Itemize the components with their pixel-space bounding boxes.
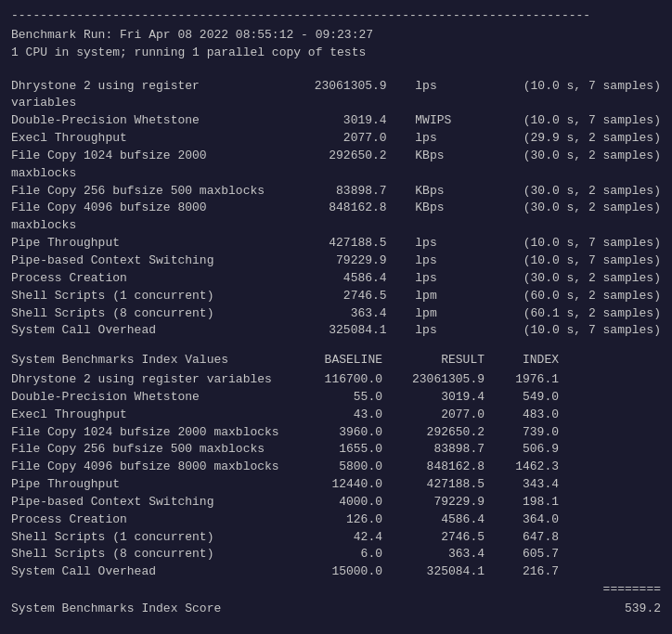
bench-samples: (10.0 s, 7 samples) bbox=[494, 235, 661, 252]
index-row-result: 23061305.9 bbox=[382, 371, 485, 389]
index-row-result: 848162.8 bbox=[382, 459, 485, 476]
score-value: 539.2 bbox=[587, 601, 661, 618]
bench-unit: KBps bbox=[415, 148, 471, 183]
index-row-index: 605.7 bbox=[485, 546, 559, 563]
index-row-baseline: 42.4 bbox=[290, 529, 382, 547]
index-row-name: File Copy 4096 bufsize 8000 maxblocks bbox=[11, 459, 290, 476]
index-row-result: 83898.7 bbox=[382, 441, 485, 459]
bench-unit: lps bbox=[415, 270, 471, 288]
index-row-index: 506.9 bbox=[485, 441, 559, 459]
bench-name: Pipe-based Context Switching bbox=[11, 252, 271, 270]
index-row-baseline: 6.0 bbox=[290, 546, 382, 563]
index-table-row: File Copy 4096 bufsize 8000 maxblocks 58… bbox=[11, 459, 661, 476]
bench-value: 292650.2 bbox=[294, 148, 387, 183]
index-row-index: 364.0 bbox=[485, 511, 559, 529]
bench-name: Dhrystone 2 using register variables bbox=[11, 78, 271, 113]
raw-benchmark-row: System Call Overhead 325084.1 lps (10.0 … bbox=[11, 322, 661, 340]
bench-samples: (30.0 s, 2 samples) bbox=[494, 200, 661, 235]
bench-value: 325084.1 bbox=[294, 322, 387, 340]
index-row-baseline: 43.0 bbox=[290, 407, 382, 424]
index-row-name: File Copy 256 bufsize 500 maxblocks bbox=[11, 441, 290, 459]
index-row-result: 3019.4 bbox=[382, 389, 485, 407]
bench-value: 427188.5 bbox=[294, 235, 387, 252]
bench-value: 3019.4 bbox=[294, 112, 387, 130]
bench-unit: lpm bbox=[415, 288, 471, 305]
header-line1: Benchmark Run: Fri Apr 08 2022 08:55:12 … bbox=[11, 27, 661, 45]
index-row-baseline: 55.0 bbox=[290, 389, 382, 407]
index-row-baseline: 5800.0 bbox=[290, 459, 382, 476]
raw-benchmark-row: File Copy 1024 bufsize 2000 maxblocks 29… bbox=[11, 148, 661, 183]
bench-unit: lps bbox=[415, 78, 471, 113]
index-row-name: Process Creation bbox=[11, 511, 290, 529]
index-row-name: Shell Scripts (1 concurrent) bbox=[11, 529, 290, 547]
index-row-index: 198.1 bbox=[485, 494, 559, 511]
raw-benchmark-row: Pipe-based Context Switching 79229.9 lps… bbox=[11, 252, 661, 270]
bench-samples: (30.0 s, 2 samples) bbox=[494, 183, 661, 201]
index-table-row: System Call Overhead 15000.0 325084.1 21… bbox=[11, 563, 661, 581]
score-row: System Benchmarks Index Score 539.2 bbox=[11, 601, 661, 618]
index-row-name: System Call Overhead bbox=[11, 563, 290, 581]
index-row-index: 216.7 bbox=[485, 563, 559, 581]
header-section: Benchmark Run: Fri Apr 08 2022 08:55:12 … bbox=[11, 27, 661, 62]
bench-name: File Copy 4096 bufsize 8000 maxblocks bbox=[11, 200, 271, 235]
col-index-header: INDEX bbox=[485, 352, 559, 369]
index-row-name: Double-Precision Whetstone bbox=[11, 389, 290, 407]
index-row-result: 325084.1 bbox=[382, 563, 485, 581]
index-row-index: 1462.3 bbox=[485, 459, 559, 476]
bench-value: 83898.7 bbox=[294, 183, 387, 201]
index-row-index: 549.0 bbox=[485, 389, 559, 407]
bench-name: System Call Overhead bbox=[11, 322, 271, 340]
bench-samples: (60.0 s, 2 samples) bbox=[494, 288, 661, 305]
index-row-baseline: 1655.0 bbox=[290, 441, 382, 459]
index-row-index: 1976.1 bbox=[485, 371, 559, 389]
index-table-row: Double-Precision Whetstone 55.0 3019.4 5… bbox=[11, 389, 661, 407]
score-label: System Benchmarks Index Score bbox=[11, 601, 587, 618]
index-row-index: 343.4 bbox=[485, 476, 559, 494]
index-row-name: Pipe-based Context Switching bbox=[11, 494, 290, 511]
index-row-result: 2077.0 bbox=[382, 407, 485, 424]
index-table-row: Execl Throughput 43.0 2077.0 483.0 bbox=[11, 407, 661, 424]
bench-name: Shell Scripts (1 concurrent) bbox=[11, 288, 271, 305]
header-line2: 1 CPU in system; running 1 parallel copy… bbox=[11, 45, 661, 62]
index-row-name: Shell Scripts (8 concurrent) bbox=[11, 546, 290, 563]
index-row-index: 647.8 bbox=[485, 529, 559, 547]
bench-samples: (30.0 s, 2 samples) bbox=[494, 148, 661, 183]
raw-benchmark-row: Process Creation 4586.4 lps (30.0 s, 2 s… bbox=[11, 270, 661, 288]
index-table-row: Pipe-based Context Switching 4000.0 7922… bbox=[11, 494, 661, 511]
index-row-result: 292650.2 bbox=[382, 424, 485, 442]
bench-unit: lps bbox=[415, 235, 471, 252]
index-table-row: Shell Scripts (1 concurrent) 42.4 2746.5… bbox=[11, 529, 661, 547]
bench-name: File Copy 1024 bufsize 2000 maxblocks bbox=[11, 148, 271, 183]
bench-value: 23061305.9 bbox=[294, 78, 387, 113]
index-row-name: Execl Throughput bbox=[11, 407, 290, 424]
index-row-result: 4586.4 bbox=[382, 511, 485, 529]
index-row-index: 483.0 bbox=[485, 407, 559, 424]
bench-unit: lps bbox=[415, 130, 471, 148]
raw-benchmark-row: Shell Scripts (1 concurrent) 2746.5 lpm … bbox=[11, 288, 661, 305]
raw-benchmarks-section: Dhrystone 2 using register variables 230… bbox=[11, 78, 661, 341]
top-separator: ----------------------------------------… bbox=[11, 7, 661, 25]
raw-benchmark-row: Dhrystone 2 using register variables 230… bbox=[11, 78, 661, 113]
index-table-header: System Benchmarks Index Values BASELINE … bbox=[11, 352, 661, 369]
index-row-baseline: 3960.0 bbox=[290, 424, 382, 442]
index-row-name: Dhrystone 2 using register variables bbox=[11, 371, 290, 389]
index-table-row: File Copy 1024 bufsize 2000 maxblocks 39… bbox=[11, 424, 661, 442]
raw-benchmark-row: File Copy 256 bufsize 500 maxblocks 8389… bbox=[11, 183, 661, 201]
bench-name: File Copy 256 bufsize 500 maxblocks bbox=[11, 183, 271, 201]
index-table-row: Shell Scripts (8 concurrent) 6.0 363.4 6… bbox=[11, 546, 661, 563]
index-table-section: System Benchmarks Index Values BASELINE … bbox=[11, 352, 661, 618]
bench-name: Execl Throughput bbox=[11, 130, 271, 148]
bench-value: 363.4 bbox=[294, 305, 387, 323]
index-table-row: Process Creation 126.0 4586.4 364.0 bbox=[11, 511, 661, 529]
index-table-row: Pipe Throughput 12440.0 427188.5 343.4 bbox=[11, 476, 661, 494]
index-row-result: 363.4 bbox=[382, 546, 485, 563]
bench-unit: KBps bbox=[415, 200, 471, 235]
index-row-result: 2746.5 bbox=[382, 529, 485, 547]
raw-benchmark-row: Pipe Throughput 427188.5 lps (10.0 s, 7 … bbox=[11, 235, 661, 252]
bench-samples: (30.0 s, 2 samples) bbox=[494, 270, 661, 288]
bench-name: Shell Scripts (8 concurrent) bbox=[11, 305, 271, 323]
index-row-baseline: 4000.0 bbox=[290, 494, 382, 511]
bench-samples: (60.1 s, 2 samples) bbox=[494, 305, 661, 323]
bench-value: 4586.4 bbox=[294, 270, 387, 288]
bench-samples: (10.0 s, 7 samples) bbox=[494, 322, 661, 340]
